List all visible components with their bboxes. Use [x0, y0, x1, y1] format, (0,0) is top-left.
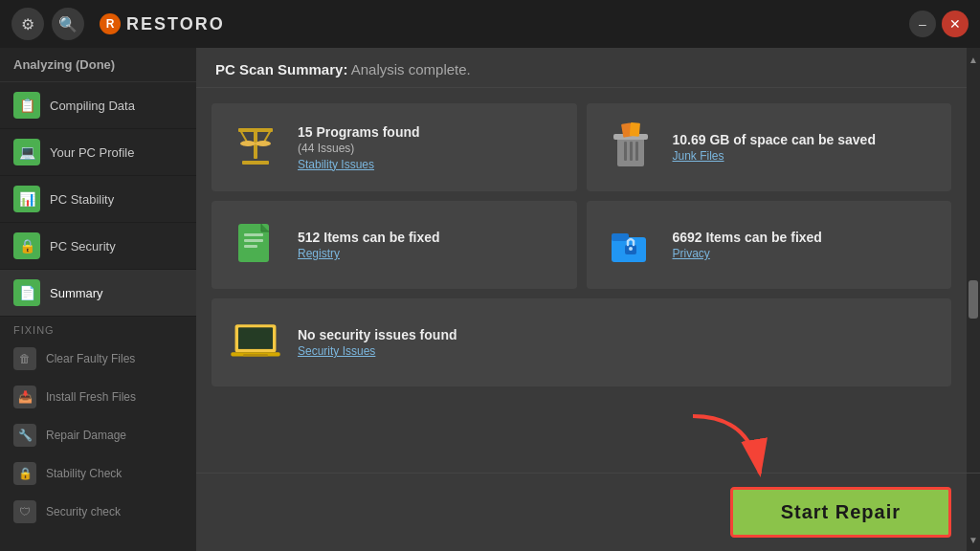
repair-damage-icon: 🔧 [13, 424, 36, 447]
app-name: RESTORO [126, 14, 225, 34]
cards-grid: 15 Programs found (44 Issues) Stability … [212, 103, 951, 386]
minimize-button[interactable]: – [909, 11, 936, 37]
summary-icon: 📄 [13, 279, 40, 306]
sidebar-item-label: Compiling Data [50, 99, 135, 113]
title-prefix: PC Scan Summary: [215, 61, 347, 77]
cards-area: 15 Programs found (44 Issues) Stability … [196, 88, 980, 473]
compiling-data-icon: 📋 [13, 92, 40, 119]
security-issues-link[interactable]: Security Issues [298, 344, 457, 358]
logo-icon: R [100, 13, 121, 34]
fix-item-label: Stability Check [46, 467, 122, 480]
title-bar-right: – ✕ [909, 11, 969, 37]
svg-rect-1 [238, 128, 273, 132]
title-bar-left: ⚙ 🔍 R RESTORO [11, 8, 225, 40]
sidebar-item-security-check: 🛡 Security check [0, 493, 196, 531]
card-space-saved: 10.69 GB of space can be saved Junk File… [587, 103, 952, 191]
content-footer: Start Repair [196, 473, 980, 551]
fix-item-label: Install Fresh Files [46, 390, 136, 404]
close-button[interactable]: ✕ [942, 11, 969, 37]
card-security-text: No security issues found Security Issues [298, 327, 457, 358]
main-layout: Analyzing (Done) 📋 Compiling Data 💻 Your… [0, 48, 980, 551]
svg-rect-25 [238, 328, 273, 349]
clear-faulty-icon: 🗑 [13, 347, 36, 370]
pc-profile-icon: 💻 [13, 139, 40, 165]
svg-rect-18 [244, 245, 257, 248]
svg-rect-20 [612, 233, 629, 241]
sidebar-item-stability-check: 🔒 Stability Check [0, 454, 196, 493]
card-security: No security issues found Security Issues [212, 298, 951, 386]
svg-rect-11 [630, 142, 633, 161]
card-main: 10.69 GB of space can be saved [673, 132, 876, 147]
pc-security-icon: 🔒 [13, 232, 40, 259]
sidebar-item-label: Summary [50, 286, 103, 300]
fix-item-label: Repair Damage [46, 429, 126, 442]
svg-point-4 [240, 141, 256, 146]
sidebar-item-label: Your PC Profile [50, 145, 134, 160]
stability-issues-link[interactable]: Stability Issues [298, 158, 420, 171]
card-main: 512 Items can be fixed [298, 230, 440, 245]
svg-point-22 [629, 247, 633, 251]
title-status: Analysis complete. [351, 61, 471, 77]
sidebar-item-your-pc-profile[interactable]: 💻 Your PC Profile [0, 129, 196, 176]
security-check-icon: 🛡 [13, 500, 36, 523]
svg-point-6 [256, 141, 271, 146]
sidebar-item-clear-faulty-files: 🗑 Clear Faulty Files [0, 340, 196, 378]
svg-rect-12 [635, 142, 638, 161]
svg-rect-16 [244, 233, 263, 236]
registry-link[interactable]: Registry [298, 247, 440, 260]
card-main: 6692 Items can be fixed [673, 230, 822, 245]
sidebar-item-pc-security[interactable]: 🔒 PC Security [0, 223, 196, 270]
svg-rect-14 [629, 122, 639, 137]
privacy-icon [602, 216, 659, 274]
settings-icon: ⚙ [21, 15, 34, 33]
junk-files-icon [602, 119, 659, 176]
card-sub: (44 Issues) [298, 142, 420, 155]
sidebar-item-repair-damage: 🔧 Repair Damage [0, 416, 196, 454]
start-repair-button[interactable]: Start Repair [730, 487, 951, 538]
sidebar-item-install-fresh-files: 📥 Install Fresh Files [0, 378, 196, 416]
svg-rect-10 [624, 142, 627, 161]
pc-stability-icon: 📊 [13, 186, 40, 212]
stability-check-icon: 🔒 [13, 462, 36, 485]
card-registry-text: 512 Items can be fixed Registry [298, 230, 440, 260]
sidebar-item-pc-stability[interactable]: 📊 PC Stability [0, 176, 196, 223]
card-programs-text: 15 Programs found (44 Issues) Stability … [298, 124, 420, 171]
fix-item-label: Security check [46, 505, 121, 518]
search-icon: 🔍 [58, 15, 78, 33]
fix-item-label: Clear Faulty Files [46, 352, 135, 365]
sidebar-status: Analyzing (Done) [0, 48, 196, 82]
sidebar-item-label: PC Stability [50, 192, 114, 207]
junk-files-link[interactable]: Junk Files [673, 149, 876, 163]
card-space-text: 10.69 GB of space can be saved Junk File… [673, 132, 876, 163]
svg-rect-27 [243, 354, 268, 357]
scroll-thumb[interactable] [969, 280, 978, 319]
scale-icon [227, 119, 284, 176]
app-logo: R RESTORO [100, 13, 225, 34]
card-registry: 512 Items can be fixed Registry [212, 201, 577, 289]
card-programs-found: 15 Programs found (44 Issues) Stability … [212, 103, 577, 191]
security-icon [227, 314, 284, 371]
card-privacy: 6692 Items can be fixed Privacy [587, 201, 952, 289]
install-fresh-icon: 📥 [13, 386, 36, 408]
content-header: PC Scan Summary: Analysis complete. [196, 48, 980, 88]
scroll-up[interactable]: ▲ [967, 50, 980, 69]
sidebar-item-summary[interactable]: 📄 Summary [0, 270, 196, 317]
sidebar: Analyzing (Done) 📋 Compiling Data 💻 Your… [0, 48, 196, 551]
content-title: PC Scan Summary: Analysis complete. [215, 61, 961, 77]
svg-rect-17 [244, 239, 263, 242]
card-main: 15 Programs found [298, 124, 420, 140]
fixing-label: Fixing [0, 317, 196, 340]
search-button[interactable]: 🔍 [52, 8, 84, 40]
card-main: No security issues found [298, 327, 457, 342]
sidebar-item-label: PC Security [50, 239, 116, 253]
svg-rect-2 [242, 161, 269, 165]
card-privacy-text: 6692 Items can be fixed Privacy [673, 230, 822, 260]
registry-icon [227, 216, 284, 274]
sidebar-item-compiling-data[interactable]: 📋 Compiling Data [0, 82, 196, 129]
privacy-link[interactable]: Privacy [673, 247, 822, 260]
title-bar: ⚙ 🔍 R RESTORO – ✕ [0, 0, 980, 48]
settings-button[interactable]: ⚙ [11, 8, 44, 40]
content-area: ▲ ▼ PC Scan Summary: Analysis complete. [196, 48, 980, 551]
